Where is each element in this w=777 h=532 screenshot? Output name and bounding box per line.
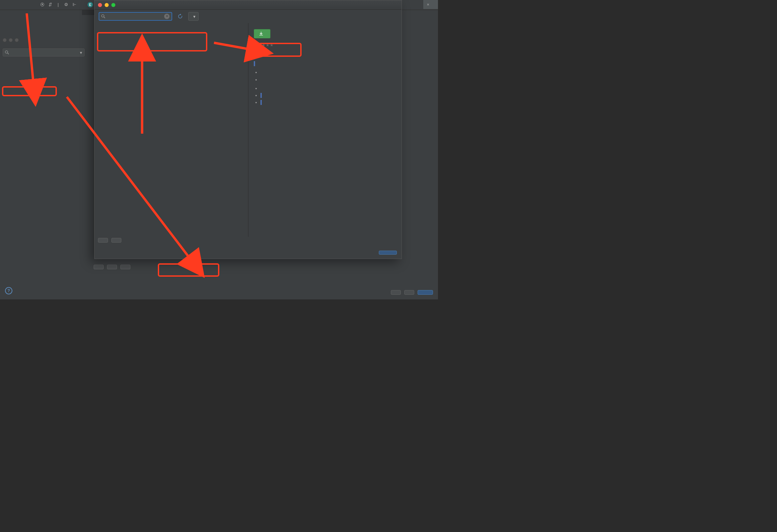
chevron-down-icon[interactable]: ▾ <box>80 50 82 55</box>
traffic-max-icon[interactable] <box>15 38 19 42</box>
toolbar-icon[interactable]: ⊩ <box>72 2 77 7</box>
http-proxy-button[interactable] <box>98 238 108 243</box>
plugin-detail-pane: ★★★★★ <box>248 23 402 237</box>
help-icon[interactable]: ? <box>5 287 12 294</box>
traffic-close-icon[interactable] <box>98 3 102 7</box>
svg-line-1 <box>8 53 9 54</box>
ok-button[interactable] <box>418 290 433 295</box>
detail-description <box>254 51 396 106</box>
svg-point-2 <box>102 15 104 17</box>
editor-gutter <box>82 10 95 15</box>
dialog-titlebar <box>95 0 402 10</box>
search-icon <box>5 50 9 54</box>
clear-icon[interactable]: ✕ <box>164 14 170 19</box>
traffic-min-icon[interactable] <box>9 38 13 42</box>
search-icon <box>101 14 105 18</box>
gear-icon[interactable]: ⚙ <box>64 2 69 7</box>
results-pane <box>95 23 248 237</box>
settings-window-controls <box>0 37 86 43</box>
install-jetbrains-button[interactable] <box>94 265 104 269</box>
plugin-search-box[interactable]: ✕ <box>99 12 172 21</box>
browse-repositories-button[interactable] <box>107 265 117 269</box>
editor-file-tab[interactable]: × <box>423 0 438 9</box>
plugins-action-row <box>94 265 130 269</box>
settings-search[interactable]: ▾ <box>3 48 85 56</box>
download-icon <box>259 31 263 36</box>
browse-repositories-dialog: ✕ ▾ ★★★★★ <box>94 0 402 259</box>
close-icon[interactable]: × <box>427 2 429 7</box>
plugin-search-input[interactable] <box>105 14 164 19</box>
sort-dropdown[interactable] <box>95 23 248 26</box>
refresh-icon[interactable] <box>177 13 184 20</box>
editor-tab-icon: E <box>88 2 93 7</box>
manage-repositories-button[interactable] <box>111 238 121 243</box>
apply-button[interactable] <box>404 290 414 295</box>
traffic-close-icon[interactable] <box>3 38 7 42</box>
toolbar-icon[interactable]: ⇵ <box>47 2 53 7</box>
chevron-down-icon: ▾ <box>193 14 196 19</box>
toolbar-icon[interactable]: ⦿ <box>39 2 45 7</box>
traffic-max-icon[interactable] <box>111 3 115 7</box>
svg-point-0 <box>5 51 8 53</box>
install-button[interactable] <box>254 29 270 38</box>
svg-line-3 <box>104 17 105 18</box>
traffic-min-icon[interactable] <box>105 3 109 7</box>
close-button[interactable] <box>379 251 397 255</box>
category-dropdown[interactable]: ▾ <box>188 12 199 21</box>
cancel-button[interactable] <box>391 290 401 295</box>
toolbar-icon[interactable]: | <box>56 2 61 7</box>
detail-stars: ★★★★★ <box>254 42 396 47</box>
install-from-disk-button[interactable] <box>120 265 130 269</box>
